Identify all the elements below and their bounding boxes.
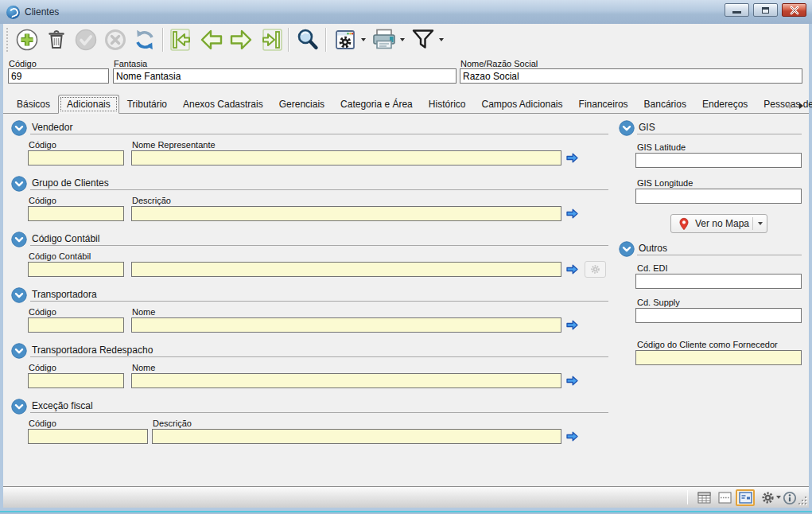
redespacho-nome-input[interactable] <box>131 373 561 388</box>
gis-latitude-input[interactable] <box>635 153 802 168</box>
collapse-chevron-icon[interactable] <box>11 399 27 415</box>
next-record-button[interactable] <box>226 25 255 54</box>
cancel-button[interactable] <box>100 25 130 54</box>
settings-button[interactable] <box>330 25 359 54</box>
refresh-button[interactable] <box>130 25 159 54</box>
contabil-generate-button-disabled[interactable] <box>585 261 606 278</box>
transportadora-codigo-label: Código <box>29 307 56 317</box>
tab-historico[interactable]: Histórico <box>421 96 474 113</box>
collapse-chevron-icon[interactable] <box>619 241 635 257</box>
grupo-descricao-input[interactable] <box>131 206 561 221</box>
contabil-lookup-arrow-icon[interactable] <box>565 263 579 276</box>
previous-record-icon <box>198 27 225 53</box>
search-button[interactable] <box>293 25 322 54</box>
tab-enderecos[interactable]: Endereços <box>694 96 756 113</box>
section-divider <box>637 255 802 255</box>
transportadora-lookup-arrow-icon[interactable] <box>565 318 579 332</box>
tab-basicos[interactable]: Básicos <box>9 96 58 113</box>
delete-button[interactable] <box>41 25 71 54</box>
add-button[interactable] <box>12 25 41 54</box>
cd-edi-input[interactable] <box>635 274 802 289</box>
titlebar[interactable]: Clientes <box>0 0 812 24</box>
ver-no-mapa-button[interactable]: Ver no Mapa <box>670 214 767 233</box>
statusbar-settings-button[interactable] <box>758 489 777 506</box>
minimize-button[interactable] <box>725 3 749 17</box>
gear-icon <box>761 491 775 504</box>
gis-latitude-label: GIS Latitude <box>637 142 686 152</box>
contabil-descricao-input[interactable] <box>131 262 561 277</box>
settings-dropdown-caret[interactable] <box>359 26 367 53</box>
gis-longitude-input[interactable] <box>635 189 802 204</box>
first-record-button[interactable] <box>167 25 196 54</box>
grupo-lookup-arrow-icon[interactable] <box>565 207 579 220</box>
x-circle-icon-disabled <box>103 27 128 53</box>
vendedor-codigo-label: Código <box>29 140 56 150</box>
collapse-chevron-icon[interactable] <box>619 120 635 136</box>
vendedor-codigo-input[interactable] <box>28 150 124 165</box>
collapse-chevron-icon[interactable] <box>11 287 27 303</box>
grid-view-icon <box>697 492 711 504</box>
contabil-codigo-input[interactable] <box>28 262 124 277</box>
vendedor-nome-input[interactable] <box>131 150 561 165</box>
codigo-input[interactable] <box>8 68 109 84</box>
section-title-transportadora: Transportadora <box>32 289 97 300</box>
settings-window-gear-icon <box>332 27 358 53</box>
confirm-button[interactable] <box>71 25 100 54</box>
section-title-codigo-contabil: Código Contábil <box>32 233 99 244</box>
collapse-chevron-icon[interactable] <box>11 232 27 247</box>
tab-adicionais[interactable]: Adicionais <box>58 95 119 114</box>
toolbar-grip[interactable] <box>6 28 9 52</box>
excecao-codigo-input[interactable] <box>28 429 148 444</box>
ver-no-mapa-label: Ver no Mapa <box>692 218 752 229</box>
tab-gerenciais[interactable]: Gerenciais <box>271 96 332 113</box>
grupo-codigo-input[interactable] <box>28 206 124 221</box>
list-view-button[interactable] <box>715 489 734 506</box>
cd-edi-label: Cd. EDI <box>637 263 668 273</box>
tab-financeiros[interactable]: Financeiros <box>571 96 636 113</box>
grid-view-button[interactable] <box>694 489 713 506</box>
resize-grip[interactable] <box>798 496 806 504</box>
redespacho-codigo-input[interactable] <box>28 373 124 388</box>
last-record-button[interactable] <box>255 25 285 54</box>
toolbar-separator <box>325 28 327 52</box>
redespacho-lookup-arrow-icon[interactable] <box>565 374 579 387</box>
previous-record-button[interactable] <box>196 25 226 54</box>
section-title-vendedor: Vendedor <box>32 122 72 133</box>
collapse-chevron-icon[interactable] <box>11 176 27 192</box>
redespacho-codigo-label: Código <box>29 363 56 372</box>
maximize-button[interactable] <box>753 3 778 17</box>
excecao-descricao-input[interactable] <box>152 429 561 444</box>
close-button[interactable] <box>782 3 806 17</box>
filter-dropdown-caret[interactable] <box>437 26 445 53</box>
vendedor-nome-label: Nome Representante <box>132 140 216 150</box>
tab-scroll-left-icon[interactable] <box>787 102 793 110</box>
toolbar <box>3 24 809 56</box>
transportadora-nome-label: Nome <box>132 307 155 317</box>
fantasia-input[interactable] <box>113 68 457 84</box>
section-title-excecao-fiscal: Exceção fiscal <box>32 400 93 411</box>
statusbar <box>3 486 809 508</box>
tab-categoria-e-area[interactable]: Categoria e Área <box>332 96 421 113</box>
tab-tributario[interactable]: Tributário <box>119 96 175 113</box>
tab-anexos-cadastrais[interactable]: Anexos Cadastrais <box>175 96 271 113</box>
section-divider <box>30 301 608 302</box>
filter-funnel-icon <box>410 27 437 53</box>
cd-supply-input[interactable] <box>635 308 802 323</box>
excecao-lookup-arrow-icon[interactable] <box>565 430 579 443</box>
vendedor-lookup-arrow-icon[interactable] <box>565 151 579 165</box>
tab-campos-adicionais[interactable]: Campos Adicionais <box>473 96 570 113</box>
razao-social-input[interactable] <box>460 68 802 84</box>
print-dropdown-caret[interactable] <box>398 26 406 53</box>
filter-button[interactable] <box>408 25 437 54</box>
collapse-chevron-icon[interactable] <box>11 343 27 359</box>
print-button[interactable] <box>369 25 398 54</box>
transportadora-nome-input[interactable] <box>131 317 561 333</box>
collapse-chevron-icon[interactable] <box>11 120 27 136</box>
tab-scroll-right-icon[interactable] <box>799 102 806 110</box>
transportadora-codigo-input[interactable] <box>28 317 124 333</box>
form-view-button-selected[interactable] <box>736 489 755 506</box>
map-dropdown-caret[interactable] <box>753 222 767 225</box>
cliente-fornecedor-input[interactable] <box>635 350 802 365</box>
info-button[interactable] <box>780 489 799 506</box>
tab-bancarios[interactable]: Bancários <box>636 96 694 113</box>
